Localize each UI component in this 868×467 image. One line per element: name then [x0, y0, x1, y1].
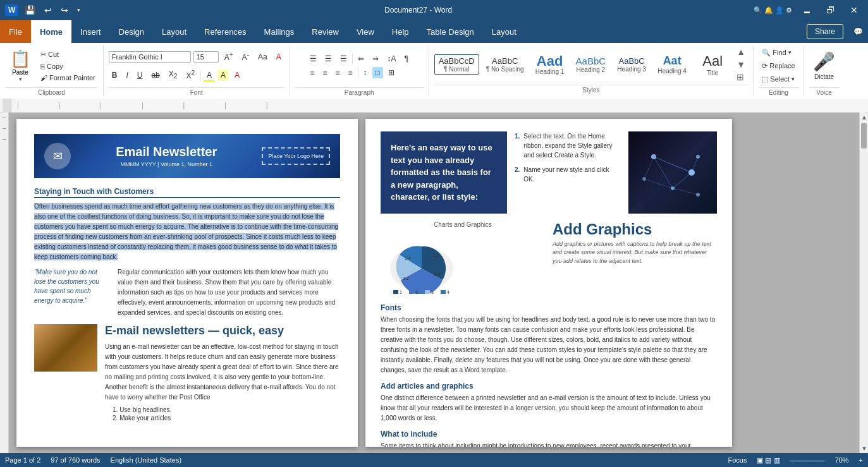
- copy-button[interactable]: ⎘ Copy: [38, 61, 98, 71]
- underline-button[interactable]: U: [134, 70, 146, 81]
- numbering-button[interactable]: ☰: [322, 53, 335, 64]
- blue-info-box: Here's an easy way to use text you have …: [381, 131, 507, 214]
- select-button[interactable]: ⬚ Select ▾: [759, 74, 797, 85]
- share-button[interactable]: Share: [807, 24, 843, 39]
- close-button[interactable]: ✕: [845, 4, 863, 16]
- superscript-button[interactable]: X2: [183, 68, 198, 82]
- qat-save[interactable]: 💾: [22, 4, 38, 16]
- newsletter-title: Email Newsletter: [78, 145, 254, 159]
- tab-help[interactable]: Help: [383, 20, 418, 43]
- tab-table-design[interactable]: Table Design: [418, 20, 483, 43]
- right-top-section: Here's an easy way to use text you have …: [381, 131, 717, 214]
- steps-section: 1. Select the text. On the Home ribbon, …: [515, 131, 621, 214]
- qat-dropdown[interactable]: ▾: [75, 6, 83, 15]
- tab-file[interactable]: File: [0, 20, 31, 43]
- replace-button[interactable]: ⟳ Replace: [759, 61, 797, 71]
- tab-layout[interactable]: Layout: [153, 20, 195, 43]
- show-hide-button[interactable]: ¶: [401, 53, 411, 64]
- style-heading3[interactable]: AaBbC Heading 2: [572, 54, 611, 75]
- strikethrough-button[interactable]: ab: [148, 70, 162, 81]
- style-heading1[interactable]: AaBbC ¶ No Spacing: [482, 54, 529, 75]
- bullets-button[interactable]: ☰: [307, 53, 320, 64]
- scroll-line-markers: [0, 112, 8, 151]
- section1-heading: Staying in Touch with Customers: [34, 187, 340, 198]
- list-item-2: 2. Make your articles: [113, 415, 340, 422]
- font-case-button[interactable]: Aa: [255, 51, 271, 63]
- align-right-button[interactable]: ≡: [332, 67, 343, 78]
- find-button[interactable]: 🔍 Find ▾: [759, 47, 797, 58]
- paste-dropdown[interactable]: ▾: [19, 76, 22, 82]
- svg-line-2: [673, 173, 692, 188]
- align-left-button[interactable]: ≡: [307, 67, 317, 78]
- tab-home[interactable]: Home: [31, 20, 71, 43]
- subscript-button[interactable]: X2: [166, 68, 181, 81]
- word-icon: W: [5, 4, 18, 16]
- qat-redo[interactable]: ↪: [58, 4, 71, 16]
- line-spacing-button[interactable]: ↕: [360, 67, 370, 78]
- tab-design[interactable]: Design: [110, 20, 153, 43]
- dictate-button[interactable]: 🎤 Dictate: [809, 49, 839, 83]
- font-name-input[interactable]: Franklin Gothic I: [109, 51, 191, 63]
- increase-indent-button[interactable]: ⇒: [369, 53, 382, 64]
- style-title[interactable]: Aal Title: [694, 51, 731, 78]
- comment-icon[interactable]: 💬: [848, 25, 868, 39]
- find-label: Find: [773, 49, 786, 56]
- status-right: Focus ▣ ▤ ▥ ————— 70% +: [728, 456, 863, 464]
- scroll-up-arrow[interactable]: ▲: [860, 112, 868, 122]
- styles-scroll-down[interactable]: ▼: [734, 58, 748, 71]
- font-color2-button[interactable]: A: [231, 70, 243, 81]
- svg-rect-20: [409, 290, 414, 294]
- font-size-input[interactable]: 15: [193, 51, 219, 63]
- shading-button[interactable]: □: [372, 67, 383, 78]
- bold-button[interactable]: B: [109, 70, 121, 81]
- left-page[interactable]: ✉ Email Newsletter MMMM YYYY | Volume 1,…: [16, 119, 358, 447]
- tab-layout2[interactable]: Layout: [483, 20, 525, 43]
- focus-button[interactable]: Focus: [728, 456, 747, 464]
- justify-button[interactable]: ≡: [345, 67, 355, 78]
- style-heading4b[interactable]: Aat Heading 4: [653, 52, 691, 76]
- align-center-button[interactable]: ≡: [319, 67, 330, 78]
- paste-button[interactable]: 📋 Paste ▾: [5, 47, 35, 85]
- style-heading4b-preview: Aat: [663, 54, 682, 68]
- style-heading1-label: ¶ No Spacing: [486, 66, 524, 73]
- style-heading4[interactable]: AaBbC Heading 3: [613, 54, 651, 75]
- section1-body[interactable]: Often businesses spend as much time and …: [34, 202, 340, 262]
- highlight-button[interactable]: A: [217, 70, 229, 81]
- font-color-button[interactable]: A: [204, 70, 215, 81]
- section2-content: E-mail newsletters — quick, easy Using a…: [105, 324, 340, 423]
- minimize-button[interactable]: 🗕: [797, 4, 816, 16]
- multilevel-button[interactable]: ☰: [337, 53, 350, 64]
- qat-undo[interactable]: ↩: [42, 4, 54, 16]
- scroll-down-arrow[interactable]: ▼: [860, 444, 868, 453]
- cut-label: Cut: [48, 51, 59, 58]
- tab-review[interactable]: Review: [303, 20, 348, 43]
- clipboard-label: Clipboard: [5, 87, 98, 96]
- tab-mailings[interactable]: Mailings: [255, 20, 303, 43]
- style-heading2[interactable]: Aad Heading 1: [531, 52, 569, 77]
- styles-scroll-up[interactable]: ▲: [734, 45, 748, 58]
- font-grow-button[interactable]: A+: [221, 50, 236, 63]
- step-1: 1. Select the text. On the Home ribbon, …: [515, 131, 621, 160]
- vertical-scrollbar[interactable]: ▲ ▼: [859, 112, 868, 453]
- borders-button[interactable]: ⊞: [385, 67, 398, 78]
- decrease-indent-button[interactable]: ⇐: [355, 53, 367, 64]
- format-painter-button[interactable]: 🖌 Format Painter: [38, 73, 98, 83]
- tab-view[interactable]: View: [348, 20, 383, 43]
- bottom-section: E-mail newsletters — quick, easy Using a…: [34, 324, 340, 423]
- sort-button[interactable]: ↕A: [384, 53, 399, 64]
- right-page[interactable]: Here's an easy way to use text you have …: [365, 119, 732, 447]
- zoom-in-button[interactable]: +: [859, 456, 863, 464]
- maximize-button[interactable]: 🗗: [821, 4, 840, 16]
- scroll-thumb[interactable]: [861, 123, 867, 149]
- style-normal[interactable]: AaBbCcD ¶ Normal: [434, 54, 479, 75]
- cut-button[interactable]: ✂ Cut: [38, 49, 98, 60]
- tab-insert[interactable]: Insert: [71, 20, 110, 43]
- language: English (United States): [111, 456, 182, 464]
- font-clear-button[interactable]: A: [273, 51, 284, 63]
- tab-references[interactable]: References: [195, 20, 255, 43]
- voice-group: 🎤 Dictate Voice: [804, 45, 844, 96]
- font-shrink-button[interactable]: A-: [239, 50, 252, 63]
- quote-section: "Make sure you do not lose the customers…: [34, 267, 340, 318]
- italic-button[interactable]: I: [123, 70, 131, 81]
- styles-expand[interactable]: ⊞: [734, 71, 748, 83]
